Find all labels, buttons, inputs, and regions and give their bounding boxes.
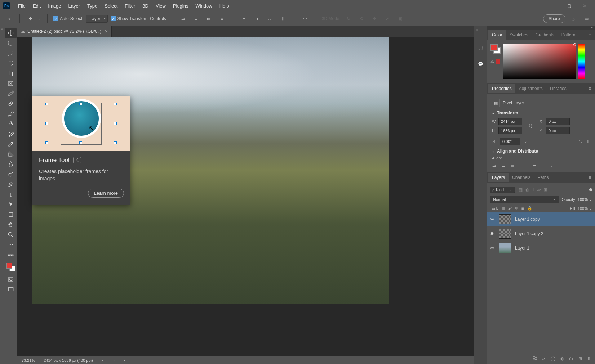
- align-top-icon[interactable]: ⫟: [239, 14, 249, 24]
- adjustment-layer-icon[interactable]: ◐: [560, 356, 564, 361]
- lasso-tool[interactable]: [5, 48, 17, 58]
- show-transform-checkbox[interactable]: ✓ Show Transform Controls: [111, 16, 166, 21]
- learn-more-button[interactable]: Learn more: [88, 189, 124, 198]
- flip-vertical-icon[interactable]: ⥮: [586, 139, 590, 144]
- layer-thumbnail[interactable]: [499, 229, 511, 239]
- menu-image[interactable]: Image: [44, 1, 65, 11]
- zoom-level[interactable]: 73.21%: [22, 358, 35, 363]
- link-wh-icon[interactable]: ⛓: [529, 123, 533, 129]
- pen-tool[interactable]: [5, 179, 17, 189]
- layer-item[interactable]: 👁 Layer 1 copy 2: [487, 226, 595, 241]
- filter-type-icon[interactable]: T: [532, 187, 534, 192]
- canvas[interactable]: ↖ Frame Tool K Creates placeholder frame…: [17, 37, 474, 356]
- align-v-centers-icon[interactable]: ⫞: [542, 163, 544, 168]
- quick-mask-icon[interactable]: [5, 274, 17, 284]
- brush-tool[interactable]: [5, 109, 17, 119]
- menu-edit[interactable]: Edit: [29, 1, 44, 11]
- align-bottom-icon[interactable]: ⫝: [265, 14, 275, 24]
- height-input[interactable]: [498, 127, 522, 134]
- properties-panel-menu-icon[interactable]: ≡: [587, 86, 594, 91]
- tab-channels[interactable]: Channels: [509, 173, 534, 182]
- distribute-v-icon[interactable]: ⦀: [278, 14, 288, 24]
- layer-item[interactable]: 👁 Layer 1 copy: [487, 212, 595, 226]
- align-center-h-icon[interactable]: ⫠: [191, 14, 201, 24]
- menu-select[interactable]: Select: [101, 1, 121, 11]
- hand-tool[interactable]: [5, 220, 17, 230]
- stamp-tool[interactable]: [5, 119, 17, 129]
- flip-horizontal-icon[interactable]: ⇋: [578, 139, 582, 144]
- align-bottom-edges-icon[interactable]: ⫝: [549, 163, 553, 168]
- layer-name[interactable]: Layer 1 copy: [515, 217, 540, 222]
- y-input[interactable]: [546, 127, 570, 134]
- link-layers-icon[interactable]: ⛓: [533, 356, 537, 361]
- align-section-toggle[interactable]: ⌄Align and Distribute: [492, 149, 590, 154]
- move-tool[interactable]: [5, 28, 17, 38]
- edit-toolbar-icon[interactable]: [5, 250, 17, 260]
- visibility-icon[interactable]: 👁: [490, 246, 496, 251]
- healing-tool[interactable]: [5, 99, 17, 109]
- delete-layer-icon[interactable]: 🗑: [587, 356, 591, 361]
- document-tab[interactable]: ☁ Untitled-2 (2).psdc @ 73.2% (RGB/8#) ×: [17, 26, 112, 37]
- left-expand-strip[interactable]: »: [0, 26, 4, 364]
- align-right-icon[interactable]: ⫢: [204, 14, 214, 24]
- menu-window[interactable]: Window: [192, 1, 216, 11]
- angle-dropdown-icon[interactable]: ⌄: [524, 140, 527, 143]
- share-button[interactable]: Share: [543, 14, 565, 23]
- auto-select-checkbox[interactable]: ✓ Auto-Select:: [53, 16, 83, 21]
- chevron-down-icon[interactable]: ⌄: [39, 17, 41, 21]
- visibility-icon[interactable]: 👁: [490, 231, 496, 237]
- angle-input[interactable]: [500, 138, 520, 145]
- filter-shape-icon[interactable]: ▱: [537, 187, 541, 192]
- align-top-edges-icon[interactable]: ⫟: [532, 163, 537, 168]
- tab-gradients[interactable]: Gradients: [532, 30, 558, 40]
- align-right-edges-icon[interactable]: ⫢: [511, 163, 515, 168]
- layer-thumbnail[interactable]: [499, 214, 511, 224]
- fx-icon[interactable]: fx: [542, 356, 546, 361]
- align-h-centers-icon[interactable]: ⫠: [501, 163, 506, 168]
- zoom-tool[interactable]: [5, 230, 17, 240]
- tab-swatches[interactable]: Swatches: [506, 30, 532, 40]
- maximize-button[interactable]: ▢: [562, 1, 576, 10]
- lock-position-icon[interactable]: ✥: [515, 206, 518, 211]
- type-tool[interactable]: [5, 189, 17, 199]
- menu-type[interactable]: Type: [84, 1, 101, 11]
- path-select-tool[interactable]: [5, 199, 17, 210]
- mask-icon[interactable]: ◯: [551, 356, 555, 361]
- more-icon[interactable]: ⋯: [300, 14, 310, 24]
- fill-dropdown-icon[interactable]: ⌄: [589, 207, 592, 210]
- menu-filter[interactable]: Filter: [121, 1, 139, 11]
- shape-tool[interactable]: [5, 210, 17, 220]
- fill-value[interactable]: 100%: [578, 206, 588, 211]
- menu-file[interactable]: File: [14, 1, 29, 11]
- color-field[interactable]: [503, 44, 576, 79]
- tab-color[interactable]: Color: [488, 30, 506, 40]
- gamut-warning-icon[interactable]: ⚠: [490, 59, 494, 64]
- menu-3d[interactable]: 3D: [139, 1, 152, 11]
- align-left-edges-icon[interactable]: ⫡: [492, 163, 496, 168]
- home-icon[interactable]: ⌂: [4, 14, 14, 24]
- minimize-button[interactable]: ─: [546, 1, 560, 10]
- distribute-h-icon[interactable]: ≡: [217, 14, 227, 24]
- align-center-v-icon[interactable]: ⫞: [252, 14, 262, 24]
- layer-name[interactable]: Layer 1: [515, 246, 529, 251]
- tab-adjustments[interactable]: Adjustments: [515, 84, 546, 93]
- workspace-icon[interactable]: ▭: [581, 14, 591, 24]
- status-nav-left-icon[interactable]: ‹: [114, 358, 115, 363]
- close-button[interactable]: ✕: [578, 1, 592, 10]
- comments-panel-icon[interactable]: 💬: [476, 59, 486, 69]
- gradient-tool[interactable]: [5, 149, 17, 159]
- layers-panel-menu-icon[interactable]: ≡: [587, 175, 594, 180]
- dodge-tool[interactable]: [5, 169, 17, 179]
- filter-pixel-icon[interactable]: ▦: [519, 187, 523, 192]
- tab-patterns[interactable]: Patterns: [558, 30, 581, 40]
- tab-layers[interactable]: Layers: [488, 173, 509, 182]
- learn-panel-icon[interactable]: ⬚: [476, 42, 486, 53]
- frame-tool[interactable]: [5, 78, 17, 89]
- status-nav-right-icon[interactable]: ›: [124, 358, 125, 363]
- menu-plugins[interactable]: Plugins: [169, 1, 192, 11]
- lock-artboard-icon[interactable]: ▣: [521, 206, 524, 211]
- filter-smart-icon[interactable]: ▣: [543, 187, 547, 192]
- layer-filter-dropdown[interactable]: ⌕Kind⌄: [490, 187, 515, 193]
- group-icon[interactable]: 🗀: [569, 356, 573, 361]
- search-icon[interactable]: ⌕: [568, 14, 578, 24]
